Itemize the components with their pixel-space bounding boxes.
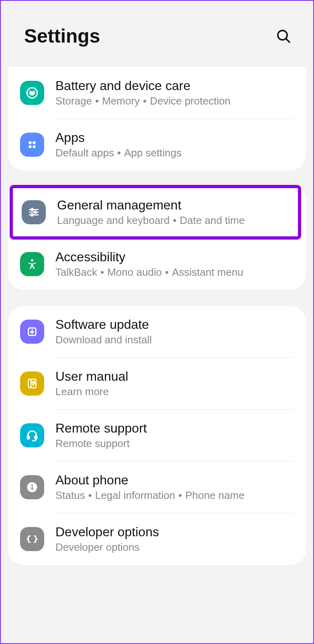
settings-item-battery-and-device-care[interactable]: Battery and device care Storage•Memory•D…	[8, 67, 306, 119]
apps-icon	[20, 133, 44, 157]
svg-line-1	[286, 39, 290, 42]
svg-point-3	[31, 92, 33, 94]
settings-item-software-update[interactable]: Software update Download and install	[8, 306, 306, 357]
item-text: General management Language and keyboard…	[57, 198, 289, 227]
item-text: Battery and device care Storage•Memory•D…	[55, 78, 294, 107]
item-subtitle: Language and keyboard•Date and time	[57, 214, 289, 227]
item-title: Accessibility	[55, 250, 294, 265]
search-button[interactable]	[274, 27, 293, 46]
settings-group: General management Language and keyboard…	[8, 185, 306, 290]
item-subtitle: Default apps•App settings	[55, 147, 294, 159]
battery-care-icon	[20, 81, 44, 105]
item-title: User manual	[55, 369, 294, 384]
settings-item-about-phone[interactable]: About phone Status•Legal information•Pho…	[8, 461, 306, 513]
item-title: Battery and device care	[55, 78, 294, 93]
item-subtitle: Download and install	[55, 334, 294, 346]
item-text: Software update Download and install	[55, 317, 294, 346]
item-text: User manual Learn more	[55, 369, 294, 398]
item-title: Developer options	[55, 525, 294, 539]
settings-item-user-manual[interactable]: ? User manual Learn more	[8, 358, 306, 409]
item-subtitle: Status•Legal information•Phone name	[55, 489, 294, 502]
svg-point-4	[29, 141, 32, 144]
item-title: Software update	[55, 317, 294, 332]
accessibility-icon	[20, 252, 44, 276]
svg-point-5	[33, 141, 36, 144]
svg-point-13	[31, 214, 33, 216]
svg-text:?: ?	[32, 380, 35, 386]
headset-icon	[20, 423, 44, 447]
update-icon	[20, 320, 44, 344]
item-subtitle: Storage•Memory•Device protection	[55, 95, 294, 107]
item-text: Remote support Remote support	[55, 421, 294, 450]
settings-item-apps[interactable]: Apps Default apps•App settings	[8, 119, 306, 170]
svg-point-9	[31, 209, 33, 211]
settings-item-developer-options[interactable]: Developer options Developer options	[8, 513, 306, 565]
sliders-icon	[22, 200, 46, 224]
settings-item-accessibility[interactable]: Accessibility TalkBack•Mono audio•Assist…	[8, 238, 306, 290]
search-icon	[275, 28, 292, 44]
settings-group: Software update Download and install ? U…	[8, 306, 306, 565]
manual-icon: ?	[20, 371, 44, 396]
page-title: Settings	[24, 25, 100, 47]
svg-point-14	[31, 259, 33, 262]
settings-item-remote-support[interactable]: Remote support Remote support	[8, 410, 306, 461]
item-title: About phone	[55, 473, 294, 488]
svg-point-6	[29, 145, 32, 148]
settings-group: Battery and device care Storage•Memory•D…	[8, 67, 306, 170]
svg-point-7	[33, 145, 36, 148]
svg-point-11	[34, 211, 36, 213]
item-text: Accessibility TalkBack•Mono audio•Assist…	[55, 250, 294, 279]
item-subtitle: Remote support	[55, 437, 294, 450]
item-title: Apps	[55, 130, 294, 145]
item-subtitle: Learn more	[55, 386, 294, 398]
svg-point-22	[31, 484, 33, 486]
item-text: Developer options Developer options	[55, 525, 294, 554]
item-title: Remote support	[55, 421, 294, 436]
item-title: General management	[57, 198, 289, 213]
info-icon	[20, 475, 44, 499]
dev-icon	[20, 527, 44, 551]
item-subtitle: TalkBack•Mono audio•Assistant menu	[55, 266, 294, 279]
item-text: About phone Status•Legal information•Pho…	[55, 473, 294, 502]
header: Settings	[1, 1, 313, 67]
svg-rect-23	[31, 487, 33, 490]
item-subtitle: Developer options	[55, 541, 294, 554]
settings-item-general-management[interactable]: General management Language and keyboard…	[10, 185, 301, 240]
svg-rect-19	[27, 436, 29, 439]
item-text: Apps Default apps•App settings	[55, 130, 294, 159]
